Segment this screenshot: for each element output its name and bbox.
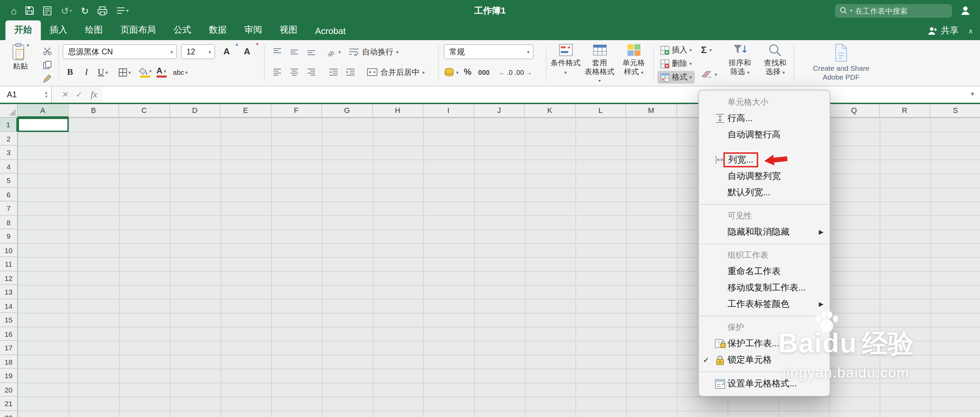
row-header[interactable]: 13 — [0, 285, 18, 299]
select-all-corner[interactable] — [0, 104, 18, 118]
column-header[interactable]: B — [68, 104, 119, 118]
menu-item[interactable]: 设置单元格格式... — [699, 376, 830, 392]
column-header[interactable]: F — [271, 104, 322, 118]
column-header[interactable]: I — [423, 104, 474, 118]
redo-icon[interactable]: ↻ — [81, 6, 89, 15]
row-header[interactable]: 18 — [0, 355, 18, 369]
row-header[interactable]: 7 — [0, 201, 18, 215]
row-header[interactable]: 16 — [0, 327, 18, 341]
column-header[interactable]: E — [221, 104, 271, 118]
menu-item[interactable]: 行高... — [699, 110, 830, 127]
fill-color-button[interactable]: ▾ — [137, 65, 153, 79]
column-header[interactable]: H — [372, 104, 423, 118]
row-header[interactable]: 22 — [0, 411, 18, 417]
column-header[interactable]: A — [18, 104, 68, 118]
align-center-button[interactable] — [286, 65, 301, 79]
column-header[interactable]: G — [322, 104, 372, 118]
ribbon-tab[interactable]: 审阅 — [235, 21, 271, 40]
ribbon-tab[interactable]: 插入 — [41, 21, 76, 40]
sort-filter-button[interactable]: 排序和 筛选 ▾ — [723, 42, 757, 76]
column-header[interactable]: L — [576, 104, 626, 118]
customize-toolbar-icon[interactable]: ▾ — [117, 7, 129, 14]
column-header[interactable]: Q — [829, 104, 880, 118]
row-header[interactable]: 4 — [0, 160, 18, 173]
currency-format-button[interactable]: ▾ — [444, 65, 459, 79]
menu-item[interactable]: 自动调整行高 — [699, 127, 830, 143]
formula-input[interactable] — [102, 86, 965, 103]
column-header[interactable]: J — [474, 104, 525, 118]
menu-item-column-width[interactable]: 列宽... — [699, 152, 830, 168]
percent-format-button[interactable]: % — [460, 65, 475, 79]
number-format-combo[interactable]: 常规 ▾ — [444, 44, 533, 59]
align-bottom-button[interactable] — [304, 45, 318, 59]
row-header[interactable]: 9 — [0, 229, 18, 243]
ribbon-tab[interactable]: 公式 — [165, 21, 200, 40]
row-header[interactable]: 15 — [0, 313, 18, 327]
ribbon-tab[interactable]: 绘图 — [76, 21, 111, 40]
row-header[interactable]: 3 — [0, 146, 18, 160]
formula-bar-expand-icon[interactable]: ▼ — [965, 86, 980, 103]
name-box[interactable]: A1 ▲▼ — [0, 86, 52, 103]
cut-button[interactable] — [40, 44, 54, 58]
menu-item[interactable]: 隐藏和取消隐藏▶ — [699, 224, 830, 240]
ribbon-tab[interactable]: 视图 — [271, 21, 306, 40]
format-cells-menu-button[interactable]: 格式 ▾ — [657, 71, 695, 84]
merge-center-button[interactable]: 合并后居中 ▾ — [367, 65, 425, 79]
menu-item[interactable]: 工作表标签颜色▶ — [699, 296, 830, 312]
font-color-button[interactable]: A▾ — [154, 65, 169, 79]
decrease-font-size-button[interactable]: A▼ — [240, 44, 255, 58]
spreadsheet-grid[interactable] — [18, 118, 980, 417]
undo-icon[interactable]: ↺▾ — [61, 6, 72, 15]
increase-font-size-button[interactable]: A▲ — [219, 44, 234, 58]
wrap-text-button[interactable]: 自动换行 ▾ — [348, 45, 398, 59]
text-orientation-button[interactable]: ab▾ — [326, 45, 341, 59]
find-select-button[interactable]: 查找和 选择 ▾ — [759, 42, 791, 76]
phonetic-button[interactable]: abc▾ — [173, 65, 188, 79]
menu-item[interactable]: 保护工作表... — [699, 335, 830, 352]
share-button[interactable]: 共享 — [927, 24, 959, 37]
insert-cells-button[interactable]: 插入 ▾ — [657, 44, 695, 57]
save-icon[interactable] — [25, 6, 34, 15]
menu-item[interactable]: 自动调整列宽 — [699, 168, 830, 184]
row-header[interactable]: 14 — [0, 299, 18, 313]
clear-button[interactable]: ▾ — [701, 70, 717, 78]
ribbon-tab[interactable]: Acrobat — [306, 22, 355, 40]
decrease-indent-button[interactable] — [326, 65, 341, 79]
column-header[interactable]: C — [119, 104, 170, 118]
row-header[interactable]: 2 — [0, 132, 18, 146]
menu-item[interactable]: ✓锁定单元格 — [699, 352, 830, 368]
column-header[interactable]: R — [880, 104, 930, 118]
column-header[interactable]: S — [930, 104, 980, 118]
confirm-entry-button[interactable]: ✓ — [72, 90, 86, 99]
align-middle-button[interactable] — [286, 45, 301, 59]
paste-button[interactable]: ▾ 粘贴 — [5, 43, 35, 70]
row-header[interactable]: 5 — [0, 173, 18, 187]
menu-item[interactable]: 重命名工作表 — [699, 263, 830, 280]
column-header[interactable]: M — [626, 104, 677, 118]
format-as-table-button[interactable]: 套用 表格格式 ▾ — [584, 42, 615, 84]
align-left-button[interactable] — [269, 65, 285, 79]
column-header[interactable]: D — [170, 104, 221, 118]
ribbon-tab[interactable]: 数据 — [200, 21, 235, 40]
account-avatar[interactable] — [960, 5, 970, 16]
row-header[interactable]: 11 — [0, 257, 18, 271]
row-header[interactable]: 20 — [0, 383, 18, 396]
ribbon-tab[interactable]: 页面布局 — [111, 21, 165, 40]
copy-button[interactable] — [40, 58, 54, 71]
home-icon[interactable]: ⌂ — [11, 6, 17, 15]
conditional-formatting-button[interactable]: 条件格式 ▾ — [550, 42, 581, 76]
save-as-icon[interactable] — [43, 6, 52, 15]
delete-cells-button[interactable]: 删除 ▾ — [657, 57, 695, 70]
format-painter-button[interactable] — [40, 71, 54, 85]
row-header[interactable]: 8 — [0, 215, 18, 229]
bold-button[interactable]: B — [63, 65, 78, 79]
cell-styles-button[interactable]: 单元格 样式 ▾ — [618, 42, 649, 76]
align-right-button[interactable] — [304, 65, 318, 79]
comma-format-button[interactable]: 000 — [476, 65, 492, 79]
underline-button[interactable]: U▾ — [95, 65, 110, 79]
decrease-decimal-button[interactable]: .00→ — [514, 65, 532, 79]
workbook-search[interactable]: ▾ — [835, 4, 952, 17]
ribbon-tab[interactable]: 开始 — [5, 21, 41, 40]
insert-function-button[interactable]: fx — [86, 89, 102, 100]
collapse-ribbon-icon[interactable]: ∧ — [968, 27, 973, 34]
